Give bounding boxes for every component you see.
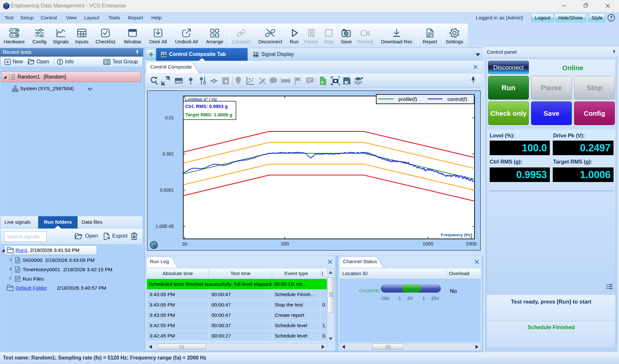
svg-text:1.00E-05: 1.00E-05 <box>155 224 174 229</box>
svg-text:0.001: 0.001 <box>163 151 174 156</box>
svg-text:0.01: 0.01 <box>165 115 174 120</box>
svg-text:2000: 2000 <box>466 241 476 246</box>
svg-text:Target RMS: 1.0006 g: Target RMS: 1.0006 g <box>185 112 232 117</box>
svg-text:100: 100 <box>281 241 289 246</box>
svg-text:0.0001: 0.0001 <box>160 187 174 193</box>
svg-text:profile(f): profile(f) <box>399 96 417 102</box>
svg-text:Ctrl. RMS: 0.9953 g: Ctrl. RMS: 0.9953 g <box>185 104 228 109</box>
svg-text:20: 20 <box>182 241 187 247</box>
svg-text:control(f): control(f) <box>447 96 467 102</box>
svg-text:x: x <box>321 80 324 84</box>
svg-text:?: ? <box>610 15 613 20</box>
svg-text:1000: 1000 <box>422 241 433 246</box>
svg-text:Frequency (Hz): Frequency (Hz) <box>441 232 472 237</box>
